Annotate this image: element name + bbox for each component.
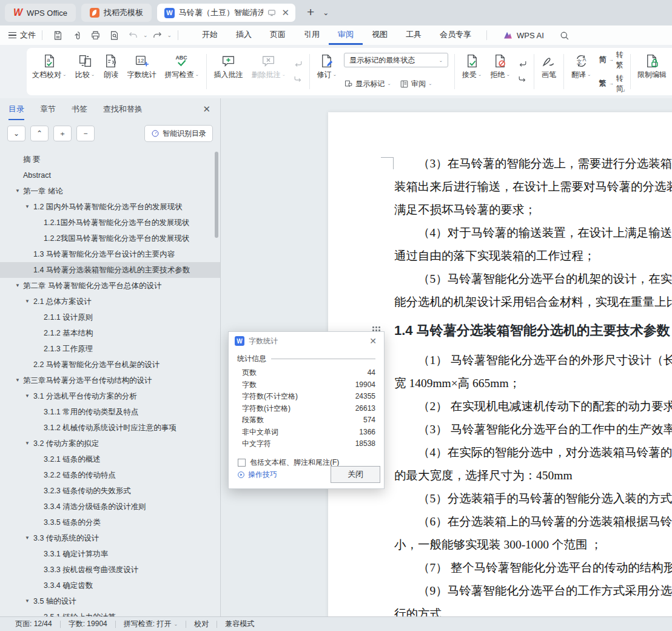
翻译-button[interactable]: 文A翻译⌄ (567, 51, 596, 92)
toc-item[interactable]: 3.2.3 链条传动的失效形式 (0, 483, 220, 499)
接受-button[interactable]: 接受⌄ (458, 51, 486, 92)
删除批注-button[interactable]: 删除批注⌄ (247, 51, 291, 92)
prev-change-icon[interactable] (517, 59, 528, 69)
toc-item[interactable]: 3.1.2 机械传动系统设计时应注意的事项 (0, 420, 220, 436)
next-change-icon[interactable] (517, 74, 528, 84)
dialog-close-icon[interactable]: ✕ (368, 336, 378, 346)
undo-chevron-icon[interactable]: ⌄ (143, 32, 148, 38)
collapse-arrow-icon[interactable]: ▼ (15, 373, 20, 388)
next-comment-icon[interactable] (293, 74, 303, 84)
toc-item[interactable]: 3.5.1 链轮上力的计算 (0, 609, 220, 616)
tab-document-active[interactable]: W 马铃薯（土豆）智能清洗分选 ✕ (157, 4, 295, 22)
print-icon[interactable] (86, 30, 105, 41)
朗读-button[interactable]: 朗读 (99, 51, 123, 92)
status-item-3[interactable]: 拼写检查: 打开⌄ (116, 619, 186, 629)
转简-button[interactable]: 繁→转简 (599, 73, 623, 94)
print-preview-icon[interactable] (105, 30, 124, 41)
审阅-button[interactable]: 审阅⌄ (400, 79, 432, 89)
tab-list-chevron-icon[interactable]: ⌄ (320, 8, 331, 17)
smart-recognize-toc-button[interactable]: 智能识别目录 (144, 125, 213, 142)
限制编辑-button[interactable]: 限制编辑 (633, 51, 671, 92)
collapse-all-button[interactable]: ⌃ (30, 126, 49, 141)
sidebar-tab-4[interactable]: 查找和替换 (103, 98, 143, 120)
toc-item[interactable]: ▼第一章 绪论 (0, 183, 220, 199)
toc-item[interactable]: 1.4 马铃薯分选装箱智能分选机的主要技术参数 (0, 262, 220, 278)
menu-tab-8[interactable]: 会员专享 (431, 25, 480, 45)
sidebar-tab-3[interactable]: 书签 (72, 98, 87, 120)
toc-item[interactable]: 2.2 马铃薯智能化分选平台机架的设计 (0, 357, 220, 373)
zoom-in-level-button[interactable]: ＋ (53, 126, 72, 141)
group-expander-icon[interactable]: ⌟ (622, 86, 625, 92)
toc-item[interactable]: 3.1.1 常用的传动类型及特点 (0, 404, 220, 420)
toc-item[interactable]: 3.3.1 确定计算功率 (0, 546, 220, 562)
tab-docer-template[interactable]: 找稻壳模板 (81, 4, 152, 22)
collapse-arrow-icon[interactable]: ▼ (25, 294, 30, 309)
拒绝-button[interactable]: 拒绝⌄ (486, 51, 514, 92)
转繁-button[interactable]: 简→转繁 (599, 50, 623, 70)
collapse-arrow-icon[interactable]: ▼ (25, 530, 30, 546)
toc-item[interactable]: 1.2.1国外马铃薯智能化分选平台的发展现状 (0, 215, 220, 231)
search-icon[interactable] (555, 30, 574, 41)
toc-item[interactable]: 3.3.3 按机齿根弯曲强度设计 (0, 562, 220, 578)
menu-tab-7[interactable]: 工具 (397, 25, 431, 45)
wps-ai-button[interactable]: WPS AI (503, 30, 544, 41)
toc-item[interactable]: ▼第二章 马铃薯智能化分选平台总体的设计 (0, 278, 220, 294)
menu-tab-2[interactable]: 插入 (227, 25, 261, 45)
toc-item[interactable]: ▼1.2 国内外马铃薯智能化分选平台的发展现状 (0, 199, 220, 215)
toc-item[interactable]: ▼3.5 轴的设计 (0, 593, 220, 609)
toc-item[interactable]: ▼3.1 分选机平台传动方案的分析 (0, 388, 220, 404)
toc-item[interactable]: ▼3.2 传动方案的拟定 (0, 436, 220, 451)
toc-item[interactable]: 3.2.2 链条的传动特点 (0, 467, 220, 483)
prev-comment-icon[interactable] (293, 59, 303, 69)
字数统计-button[interactable]: 12字数统计 (123, 51, 160, 92)
menu-tab-1[interactable]: 开始 (193, 25, 227, 45)
sidebar-close-icon[interactable]: ✕ (203, 104, 210, 115)
collapse-arrow-icon[interactable]: ▼ (15, 183, 20, 199)
status-item-1[interactable]: 页面: 12/44 (7, 619, 60, 629)
menu-tab-6[interactable]: 视图 (363, 25, 397, 45)
toc-item[interactable]: 2.1.3 工作原理 (0, 341, 220, 357)
toc-item[interactable]: 3.3.5 链条的分类 (0, 515, 220, 530)
collapse-arrow-icon[interactable]: ▼ (25, 388, 30, 404)
quickbar-chevron-icon[interactable]: ⌄ (167, 32, 172, 38)
collapse-arrow-icon[interactable]: ▼ (25, 593, 30, 609)
status-item-2[interactable]: 字数: 19904 (61, 619, 115, 629)
toc-item[interactable]: 3.3.4 清选分级链条的设计准则 (0, 499, 220, 515)
toc-item[interactable]: 2.1.1 设计原则 (0, 309, 220, 325)
new-tab-button[interactable]: + (301, 5, 320, 21)
status-item-4[interactable]: 校对 (186, 619, 217, 629)
file-menu[interactable]: 文件 (20, 30, 36, 41)
toc-item[interactable]: 3.3.4 确定齿数 (0, 578, 220, 593)
toc-item[interactable]: ▼3.3 传动系统的设计 (0, 530, 220, 546)
undo-icon[interactable] (124, 30, 143, 41)
toc-item[interactable]: 1.2.2我国马铃薯智能化分选平台的发展现状 (0, 231, 220, 246)
修订-button[interactable]: 修订⌄ (313, 51, 341, 92)
menu-tab-5[interactable]: 审阅 (329, 25, 363, 45)
collapse-arrow-icon[interactable]: ▼ (15, 278, 20, 294)
screen-share-icon[interactable] (267, 8, 276, 17)
collapse-arrow-icon[interactable]: ▼ (25, 436, 30, 451)
close-tab-icon[interactable]: ✕ (280, 7, 291, 18)
画笔-button[interactable]: 画笔 (537, 51, 560, 92)
显示标记-button[interactable]: 显示标记⌄ (344, 79, 391, 89)
toc-item[interactable]: Abstract (0, 167, 220, 183)
redo-icon[interactable] (148, 30, 167, 41)
menu-tab-4[interactable]: 引用 (295, 25, 329, 45)
collapse-arrow-icon[interactable]: ▼ (25, 199, 30, 215)
markup-state-dropdown[interactable]: 显示标记的最终状态⌄ (344, 53, 448, 67)
tips-link[interactable]: 操作技巧 (237, 470, 277, 480)
sidebar-tab-2[interactable]: 章节 (40, 98, 56, 120)
toc-item[interactable]: 摘 要 (0, 152, 220, 167)
toc-item[interactable]: ▼第三章马铃薯分选平台传动结构的设计 (0, 373, 220, 388)
sidebar-tab-1[interactable]: 目录 (8, 98, 24, 120)
expand-all-button[interactable]: ⌄ (7, 126, 25, 141)
dialog-close-button[interactable]: 关闭 (331, 466, 380, 483)
比较-button[interactable]: 比较⌄ (71, 51, 99, 92)
拼写检查-button[interactable]: ABC拼写检查⌄ (160, 51, 203, 92)
export-icon[interactable] (67, 30, 86, 41)
toc-item[interactable]: 1.3 马铃薯智能化分选平台设计的主要内容 (0, 246, 220, 262)
status-item-5[interactable]: 兼容模式 (217, 619, 262, 629)
tab-wps-home[interactable]: W WPS Office (5, 4, 76, 22)
dialog-title-bar[interactable]: W 字数统计 ✕ (229, 332, 384, 350)
zoom-out-level-button[interactable]: − (76, 126, 95, 141)
